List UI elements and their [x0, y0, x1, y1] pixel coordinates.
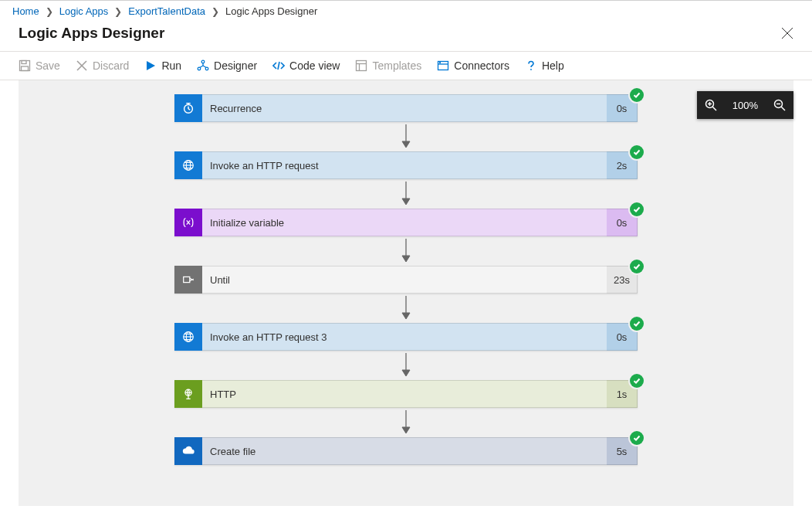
discard-icon: [76, 59, 88, 72]
svg-point-21: [530, 69, 532, 70]
flow-arrow-icon: [400, 351, 412, 380]
play-icon: [144, 59, 157, 72]
svg-point-8: [201, 60, 205, 63]
success-check-icon: [630, 202, 644, 216]
svg-rect-3: [22, 61, 26, 64]
chevron-right-icon: ❯: [46, 6, 53, 17]
svg-marker-35: [402, 199, 410, 205]
clock-icon: [174, 94, 202, 122]
success-check-icon: [630, 145, 644, 159]
zoom-out-icon[interactable]: [773, 99, 786, 111]
code-icon: [272, 59, 285, 72]
success-check-icon: [630, 317, 644, 331]
svg-line-12: [200, 66, 203, 68]
help-button[interactable]: Help: [525, 59, 564, 72]
templates-button[interactable]: Templates: [355, 59, 421, 72]
globe-icon: [174, 151, 202, 179]
svg-line-14: [278, 62, 279, 70]
save-icon: [19, 59, 31, 72]
chevron-right-icon: ❯: [114, 6, 122, 17]
step-title: Invoke an HTTP request: [202, 151, 607, 179]
breadcrumb: Home ❯ Logic Apps ❯ ExportTalentData ❯ L…: [0, 1, 812, 22]
step-title: Invoke an HTTP request 3: [202, 323, 607, 351]
step-title: Until: [202, 266, 607, 294]
svg-line-13: [203, 66, 206, 68]
toolbar: Save Discard Run Designer Code view Temp…: [0, 52, 812, 80]
svg-marker-50: [402, 370, 410, 376]
svg-line-24: [188, 109, 190, 110]
success-check-icon: [630, 260, 644, 273]
flow-arrow-icon: [400, 122, 412, 151]
svg-marker-43: [402, 313, 410, 319]
svg-marker-39: [402, 256, 410, 262]
svg-rect-15: [357, 61, 367, 71]
code-view-button[interactable]: Code view: [272, 59, 340, 72]
breadcrumb-current: Logic Apps Designer: [225, 5, 317, 17]
page-title: Logic Apps Designer: [19, 25, 164, 42]
templates-icon: [355, 59, 367, 72]
flow-arrow-icon: [400, 236, 412, 266]
save-button[interactable]: Save: [19, 59, 60, 72]
svg-rect-40: [184, 277, 190, 282]
connectors-icon: [437, 59, 449, 72]
svg-point-20: [440, 63, 441, 63]
svg-marker-41: [192, 278, 194, 280]
close-icon[interactable]: [781, 27, 793, 39]
flow-arrow-icon: [400, 179, 412, 209]
success-check-icon: [630, 88, 644, 102]
step-title: Recurrence: [202, 94, 607, 122]
chevron-right-icon: ❯: [211, 6, 219, 17]
help-icon: [525, 59, 537, 72]
flow-arrow-icon: [400, 408, 412, 437]
designer-icon: [197, 59, 209, 72]
designer-canvas[interactable]: Recurrence 0s Invoke an HTTP request 2s: [19, 80, 793, 506]
page-header: Logic Apps Designer: [0, 22, 812, 52]
svg-line-62: [781, 107, 785, 110]
zoom-level: 100%: [729, 100, 761, 111]
step-until[interactable]: Until 23s: [174, 266, 638, 294]
discard-button[interactable]: Discard: [76, 59, 129, 72]
step-create-file[interactable]: Create file 5s: [174, 437, 638, 465]
until-icon: [174, 266, 202, 294]
svg-rect-4: [22, 66, 29, 71]
svg-marker-28: [402, 141, 410, 148]
step-title: Create file: [202, 437, 607, 465]
step-recurrence[interactable]: Recurrence 0s: [174, 94, 638, 122]
globe-icon: [174, 323, 202, 351]
zoom-control: 100%: [697, 91, 793, 119]
cloud-icon: [174, 437, 202, 465]
canvas-wrap: Recurrence 0s Invoke an HTTP request 2s: [0, 80, 812, 506]
http-icon: [174, 380, 202, 408]
flow-arrow-icon: [400, 294, 412, 323]
svg-marker-56: [402, 427, 410, 433]
connectors-button[interactable]: Connectors: [437, 59, 509, 72]
variable-icon: [174, 209, 202, 236]
step-invoke-http-3[interactable]: Invoke an HTTP request 3 0s: [174, 323, 638, 351]
step-title: HTTP: [202, 380, 607, 408]
designer-button[interactable]: Designer: [197, 59, 257, 72]
step-title: Initialize variable: [202, 209, 607, 236]
success-check-icon: [630, 374, 644, 388]
breadcrumb-home[interactable]: Home: [12, 5, 39, 17]
step-initialize-variable[interactable]: Initialize variable 0s: [174, 209, 638, 236]
breadcrumb-logic-apps[interactable]: Logic Apps: [59, 5, 109, 17]
svg-marker-7: [147, 61, 155, 70]
success-check-icon: [630, 431, 644, 445]
zoom-in-icon[interactable]: [705, 99, 717, 111]
step-http[interactable]: HTTP 1s: [174, 380, 638, 408]
run-button[interactable]: Run: [144, 59, 181, 72]
step-invoke-http[interactable]: Invoke an HTTP request 2s: [174, 151, 638, 179]
breadcrumb-export-talent-data[interactable]: ExportTalentData: [128, 5, 205, 17]
svg-line-58: [712, 107, 716, 110]
